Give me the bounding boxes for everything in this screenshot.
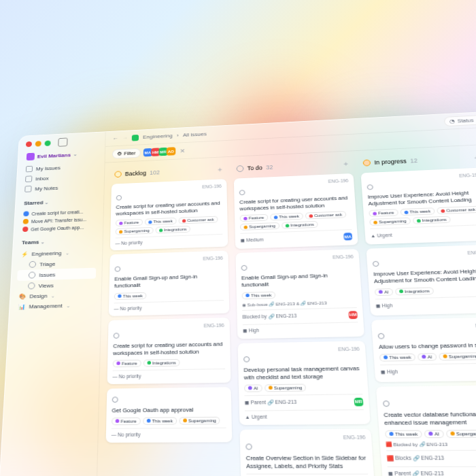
- clear-filter-icon[interactable]: ✕: [180, 148, 185, 154]
- label-tag[interactable]: AI: [424, 430, 444, 438]
- status-icon: [114, 171, 121, 177]
- tag-row: This week: [242, 289, 356, 299]
- status-icon: [245, 443, 252, 449]
- tag-row: FeatureThis weekCustomer askSupergamingI…: [116, 216, 223, 235]
- label-tag[interactable]: This week: [385, 430, 422, 438]
- assignee-avatars[interactable]: MAHMMRAO: [145, 147, 175, 156]
- priority-label: ◼ High: [375, 303, 392, 309]
- issue-card[interactable]: ENG-196Create script for creating user a…: [234, 173, 358, 249]
- minimize-icon[interactable]: [35, 141, 41, 147]
- label-tag[interactable]: This week: [270, 213, 303, 221]
- tag-row: This weekAISupergaming: [385, 430, 476, 439]
- label-tag[interactable]: Supergaming: [369, 218, 411, 226]
- label-tag[interactable]: Supergaming: [265, 384, 307, 392]
- assignee-avatar[interactable]: MA: [343, 233, 352, 241]
- status-icon: [112, 396, 118, 403]
- team-item[interactable]: 📊Management⌄: [15, 300, 95, 312]
- issue-card[interactable]: ENG-196Improve User Experience: Avoid He…: [366, 245, 476, 316]
- issue-card[interactable]: ENG-196Improve User Experience: Avoid He…: [360, 167, 476, 245]
- label-tag[interactable]: Integrations: [412, 216, 451, 224]
- column-header[interactable]: Backlog 102＋: [112, 164, 226, 181]
- label-tag[interactable]: Integrations: [155, 226, 190, 234]
- starred-heading[interactable]: Starred ⌄: [21, 194, 98, 208]
- label-tag[interactable]: Supergaming: [116, 227, 154, 235]
- label-tag[interactable]: Integrations: [395, 287, 435, 295]
- issue-card[interactable]: ENG-196Enable Gmail Sign-up and Sign-in …: [235, 249, 364, 339]
- label-tag[interactable]: AI: [244, 384, 262, 392]
- label-tag[interactable]: Feature: [369, 209, 398, 218]
- card-footer-2: ◼ High: [243, 322, 358, 334]
- nav-back-icon[interactable]: ←: [112, 136, 118, 142]
- label-tag[interactable]: Integrations: [143, 359, 180, 367]
- label-tag[interactable]: Supergaming: [439, 352, 476, 360]
- label-tag[interactable]: Feature: [112, 418, 140, 425]
- column-header[interactable]: To do 32＋: [233, 158, 353, 175]
- issue-id: ENG-196: [243, 346, 360, 354]
- status-icon: [243, 356, 250, 362]
- label-tag[interactable]: Customer ask: [178, 216, 218, 224]
- add-card-button[interactable]: ＋: [216, 165, 224, 175]
- issue-card[interactable]: ENG-196Create script for creating user a…: [107, 317, 231, 384]
- issue-id: ENG-196: [382, 390, 476, 397]
- issue-card[interactable]: ENG-196Create Overview Section in Side S…: [240, 428, 375, 476]
- issue-title: Create script for creating user accounts…: [239, 194, 350, 212]
- label-tag[interactable]: This week: [143, 417, 177, 425]
- issue-card[interactable]: Get Google Oauth app approvalFeatureThis…: [106, 387, 233, 443]
- breadcrumb-team[interactable]: Engineering: [143, 133, 173, 139]
- column-count: 102: [150, 169, 160, 176]
- nav-fwd-icon[interactable]: →: [122, 135, 128, 141]
- label-tag[interactable]: Customer ask: [305, 211, 346, 220]
- label-tag[interactable]: Integrations: [282, 221, 318, 229]
- close-icon[interactable]: [26, 141, 32, 146]
- label-tag[interactable]: Supergaming: [179, 417, 220, 425]
- label-tag[interactable]: This week: [400, 208, 435, 216]
- label-tag[interactable]: Customer ask: [437, 206, 476, 214]
- label-tag[interactable]: Supergaming: [445, 430, 476, 438]
- label-tag[interactable]: This week: [242, 291, 276, 299]
- assignee-avatar[interactable]: MR: [354, 398, 363, 407]
- board-column: Backlog 102＋ENG-196Create script for cre…: [103, 164, 235, 476]
- issue-card[interactable]: ENG-196Develop personal task management …: [238, 341, 371, 425]
- sub-issue-row: ◉ Sub-Issue 🔗 ENG-213 & 🔗 ENG-213: [242, 299, 357, 307]
- card-footer: ◼ HighHM: [380, 362, 476, 377]
- column-title: Backlog: [125, 170, 146, 177]
- board-column: To do 32＋ENG-196Create script for creati…: [233, 158, 381, 476]
- issue-card[interactable]: ENG-196Enable Gmail Sign-up and Sign-in …: [109, 251, 230, 316]
- breadcrumb-view[interactable]: All issues: [183, 131, 207, 138]
- label-tag[interactable]: Feature: [116, 219, 143, 226]
- tag-row: AISupergaming: [244, 383, 362, 392]
- label-tag[interactable]: Feature: [113, 360, 141, 367]
- status-filter[interactable]: ◔ Status ⌄: [444, 115, 476, 126]
- teams-heading[interactable]: Teams ⌄: [19, 233, 97, 248]
- card-footer: 🟥 Blocks 🔗 ENG-213HM: [386, 449, 476, 463]
- label-tag[interactable]: This week: [145, 218, 177, 225]
- issue-card[interactable]: ENG-196Create vector database functional…: [376, 385, 476, 476]
- issue-card[interactable]: ENG-196Create script for creating user a…: [110, 179, 228, 250]
- card-footer: ▲ UrgentHM: [370, 224, 476, 239]
- status-dot-icon: [23, 219, 29, 224]
- sidebar-toggle-icon[interactable]: [58, 137, 67, 146]
- issue-card[interactable]: ENG-196Allow users to change password in…: [371, 317, 476, 382]
- label-tag[interactable]: This week: [379, 353, 415, 361]
- workspace-switcher[interactable]: Evil Martians ⌄: [24, 148, 99, 162]
- card-footer: ◼ HighMA: [375, 295, 476, 310]
- avatar[interactable]: AO: [166, 147, 175, 156]
- issue-id: [112, 392, 226, 394]
- label-tag[interactable]: This week: [114, 292, 146, 299]
- add-card-button[interactable]: ＋: [472, 153, 476, 163]
- team-emoji-icon: ⚡: [21, 252, 29, 258]
- add-card-button[interactable]: ＋: [342, 159, 350, 169]
- nav-icon: [24, 186, 31, 192]
- issue-title: Create script for creating user accounts…: [113, 340, 225, 357]
- maximize-icon[interactable]: [44, 140, 50, 146]
- label-tag[interactable]: AI: [375, 288, 393, 295]
- column-header[interactable]: In progress 12＋: [360, 152, 476, 169]
- label-tag[interactable]: AI: [418, 353, 437, 361]
- label-tag[interactable]: Supergaming: [240, 222, 279, 231]
- priority-label: — No priority: [112, 373, 141, 379]
- filter-button[interactable]: ⚙ Filter: [112, 148, 141, 159]
- column-count: 12: [410, 157, 418, 164]
- label-tag[interactable]: Feature: [240, 214, 268, 222]
- issue-id: ENG-196: [377, 322, 476, 330]
- assignee-avatar[interactable]: HM: [348, 311, 358, 319]
